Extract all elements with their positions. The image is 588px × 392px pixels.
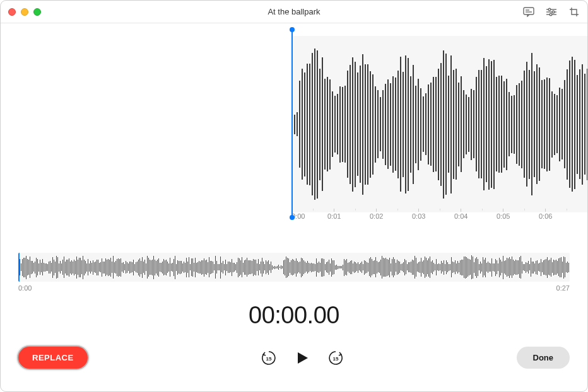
window-title: At the ballpark [268, 7, 320, 16]
play-button[interactable] [293, 349, 312, 367]
app-window: At the ballpark [0, 0, 588, 392]
maximize-button[interactable] [33, 8, 41, 16]
replace-button[interactable]: REPLACE [18, 347, 88, 369]
waveform-overview[interactable] [18, 253, 570, 282]
settings-icon[interactable] [546, 6, 557, 18]
svg-point-4 [548, 8, 551, 11]
ruler-tick-label: 0:06 [539, 212, 552, 220]
close-button[interactable] [8, 8, 16, 16]
svg-rect-0 [524, 8, 534, 14]
skip-back-label: 15 [266, 356, 271, 362]
overview-area: 0:00 0:27 [18, 253, 570, 292]
window-controls [8, 8, 41, 16]
skip-back-button[interactable]: 15 [260, 349, 278, 367]
playhead-overview[interactable] [18, 253, 20, 282]
waveform-main[interactable] [291, 36, 587, 212]
minimize-button[interactable] [21, 8, 28, 16]
time-ruler-main: 0:000:010:020:030:040:050:06 [291, 212, 587, 230]
ruler-tick-label: 0:03 [412, 212, 425, 220]
overview-start-time: 0:00 [18, 284, 32, 292]
playback-controls: 15 15 [260, 349, 344, 367]
skip-forward-button[interactable]: 15 [327, 349, 344, 367]
done-button[interactable]: Done [517, 347, 570, 369]
ruler-tick-label: 0:05 [497, 212, 510, 220]
timer-display: 00:00.00 [1, 302, 587, 329]
skip-forward-label: 15 [332, 356, 338, 362]
editor-content: 0:000:010:020:030:040:050:06 0:00 0:27 0… [1, 23, 587, 391]
trim-icon[interactable] [568, 6, 580, 18]
svg-point-6 [552, 11, 555, 13]
ruler-tick-label: 0:04 [454, 212, 467, 220]
toolbar-right [523, 6, 580, 18]
ruler-tick-label: 0:02 [370, 212, 383, 220]
playhead-main[interactable] [291, 30, 293, 217]
overview-times: 0:00 0:27 [18, 284, 570, 292]
titlebar: At the ballpark [1, 1, 587, 23]
svg-point-8 [550, 13, 552, 16]
controls-bar: REPLACE 15 [1, 347, 587, 369]
ruler-tick: 0:06 [545, 212, 587, 230]
ruler-tick-label: 0:01 [327, 212, 341, 220]
transcript-icon[interactable] [523, 6, 534, 18]
overview-end-time: 0:27 [556, 284, 570, 292]
waveform-main-area: 0:000:010:020:030:040:050:06 [1, 36, 587, 238]
